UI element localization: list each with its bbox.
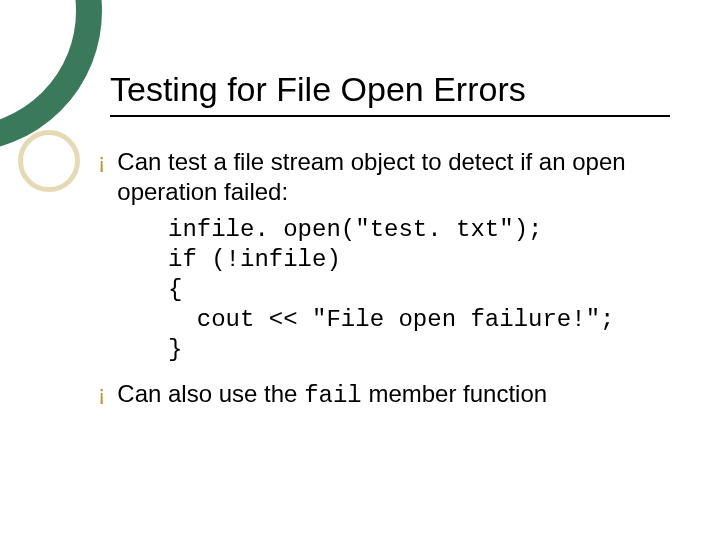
bullet-icon: ¡ (98, 379, 105, 409)
bullet-icon: ¡ (98, 147, 105, 177)
title-underline (110, 115, 670, 117)
page-title: Testing for File Open Errors (110, 70, 680, 109)
code-block: infile. open("test. txt"); if (!infile) … (168, 215, 680, 365)
bullet-item-2: ¡ Can also use the fail member function (98, 379, 680, 411)
bullet2-post: member function (362, 380, 547, 407)
bullet-text-2: Can also use the fail member function (117, 379, 547, 411)
bullet2-code: fail (304, 382, 362, 409)
bullet2-pre: Can also use the (117, 380, 304, 407)
slide-container: Testing for File Open Errors ¡ Can test … (0, 0, 720, 540)
bullet-item-1: ¡ Can test a file stream object to detec… (98, 147, 680, 207)
bullet-text-1: Can test a file stream object to detect … (117, 147, 680, 207)
